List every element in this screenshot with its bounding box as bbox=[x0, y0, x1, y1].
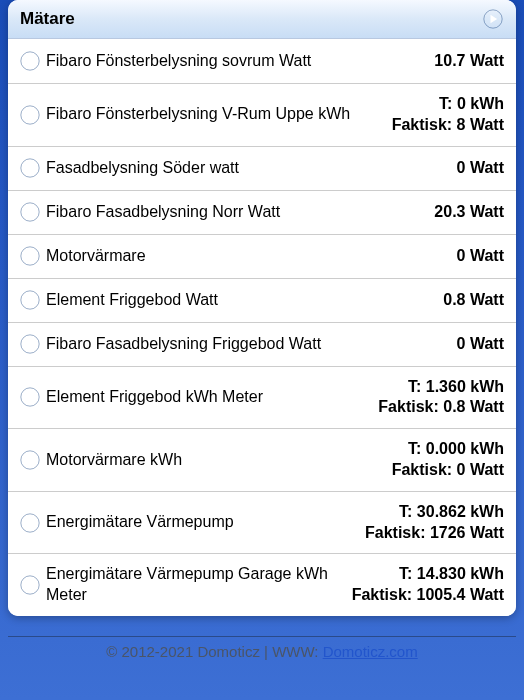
item-value: 0.8 Watt bbox=[443, 290, 504, 311]
item-play-icon[interactable] bbox=[20, 51, 40, 71]
item-label: Fibaro Fasadbelysning Norr Watt bbox=[46, 202, 288, 223]
list-item[interactable]: Fasadbelysning Söder watt 0 Watt bbox=[8, 146, 516, 190]
play-icon bbox=[20, 158, 40, 178]
play-icon bbox=[20, 105, 40, 125]
item-play-icon[interactable] bbox=[20, 202, 40, 222]
item-label: Fibaro Fasadbelysning Friggebod Watt bbox=[46, 334, 329, 355]
footer-copyright: © 2012-2021 Domoticz | WWW: bbox=[106, 643, 322, 660]
item-value: 0 Watt bbox=[457, 334, 504, 355]
list-item[interactable]: Fibaro Fasadbelysning Norr Watt 20.3 Wat… bbox=[8, 190, 516, 234]
item-value: T: 1.360 kWh Faktisk: 0.8 Watt bbox=[378, 377, 504, 419]
item-label: Element Friggebod kWh Meter bbox=[46, 387, 271, 408]
item-play-icon[interactable] bbox=[20, 575, 40, 595]
header-play-button[interactable] bbox=[482, 8, 504, 30]
item-value: 0 Watt bbox=[457, 158, 504, 179]
item-label: Energimätare Värmepump bbox=[46, 512, 242, 533]
play-icon bbox=[20, 513, 40, 533]
item-play-icon[interactable] bbox=[20, 290, 40, 310]
item-label: Motorvärmare bbox=[46, 246, 154, 267]
meters-list: Fibaro Fönsterbelysning sovrum Watt 10.7… bbox=[8, 39, 516, 616]
panel-header: Mätare bbox=[8, 0, 516, 39]
list-item[interactable]: Fibaro Fönsterbelysning V-Rum Uppe kWh T… bbox=[8, 83, 516, 146]
item-left: Fasadbelysning Söder watt bbox=[20, 158, 457, 179]
play-icon bbox=[20, 51, 40, 71]
play-icon bbox=[20, 290, 40, 310]
list-item[interactable]: Element Friggebod Watt 0.8 Watt bbox=[8, 278, 516, 322]
list-item[interactable]: Motorvärmare kWh T: 0.000 kWh Faktisk: 0… bbox=[8, 428, 516, 491]
item-play-icon[interactable] bbox=[20, 246, 40, 266]
item-play-icon[interactable] bbox=[20, 105, 40, 125]
play-icon bbox=[20, 387, 40, 407]
item-play-icon[interactable] bbox=[20, 450, 40, 470]
item-label: Fibaro Fönsterbelysning sovrum Watt bbox=[46, 51, 319, 72]
item-value: 0 Watt bbox=[457, 246, 504, 267]
play-icon bbox=[20, 450, 40, 470]
item-value: T: 30.862 kWh Faktisk: 1726 Watt bbox=[365, 502, 504, 544]
item-value: 20.3 Watt bbox=[434, 202, 504, 223]
footer: © 2012-2021 Domoticz | WWW: Domoticz.com bbox=[8, 636, 516, 660]
item-value: T: 0 kWh Faktisk: 8 Watt bbox=[392, 94, 504, 136]
item-left: Fibaro Fasadbelysning Friggebod Watt bbox=[20, 334, 457, 355]
list-item[interactable]: Energimätare Värmepump T: 30.862 kWh Fak… bbox=[8, 491, 516, 554]
item-left: Motorvärmare bbox=[20, 246, 457, 267]
item-left: Energimätare Värmepump Garage kWh Meter bbox=[20, 564, 352, 606]
item-left: Motorvärmare kWh bbox=[20, 450, 392, 471]
item-value: 10.7 Watt bbox=[434, 51, 504, 72]
item-label: Motorvärmare kWh bbox=[46, 450, 190, 471]
play-icon bbox=[20, 246, 40, 266]
list-item[interactable]: Energimätare Värmepump Garage kWh Meter … bbox=[8, 553, 516, 616]
item-left: Fibaro Fönsterbelysning sovrum Watt bbox=[20, 51, 434, 72]
item-label: Fasadbelysning Söder watt bbox=[46, 158, 247, 179]
panel-title: Mätare bbox=[20, 9, 75, 29]
item-label: Energimätare Värmepump Garage kWh Meter bbox=[46, 564, 352, 606]
list-item[interactable]: Element Friggebod kWh Meter T: 1.360 kWh… bbox=[8, 366, 516, 429]
play-icon bbox=[20, 334, 40, 354]
meters-panel: Mätare Fibaro Fönsterbelysning sovrum Wa… bbox=[8, 0, 516, 616]
item-left: Fibaro Fasadbelysning Norr Watt bbox=[20, 202, 434, 223]
item-left: Element Friggebod Watt bbox=[20, 290, 443, 311]
item-play-icon[interactable] bbox=[20, 334, 40, 354]
play-icon bbox=[483, 9, 503, 29]
list-item[interactable]: Motorvärmare 0 Watt bbox=[8, 234, 516, 278]
item-label: Element Friggebod Watt bbox=[46, 290, 226, 311]
item-play-icon[interactable] bbox=[20, 513, 40, 533]
item-label: Fibaro Fönsterbelysning V-Rum Uppe kWh bbox=[46, 104, 358, 125]
item-value: T: 14.830 kWh Faktisk: 1005.4 Watt bbox=[352, 564, 504, 606]
item-left: Energimätare Värmepump bbox=[20, 512, 365, 533]
footer-link[interactable]: Domoticz.com bbox=[323, 643, 418, 660]
list-item[interactable]: Fibaro Fönsterbelysning sovrum Watt 10.7… bbox=[8, 39, 516, 83]
list-item[interactable]: Fibaro Fasadbelysning Friggebod Watt 0 W… bbox=[8, 322, 516, 366]
item-left: Fibaro Fönsterbelysning V-Rum Uppe kWh bbox=[20, 104, 392, 125]
item-play-icon[interactable] bbox=[20, 158, 40, 178]
item-play-icon[interactable] bbox=[20, 387, 40, 407]
item-value: T: 0.000 kWh Faktisk: 0 Watt bbox=[392, 439, 504, 481]
play-icon bbox=[20, 575, 40, 595]
item-left: Element Friggebod kWh Meter bbox=[20, 387, 378, 408]
play-icon bbox=[20, 202, 40, 222]
